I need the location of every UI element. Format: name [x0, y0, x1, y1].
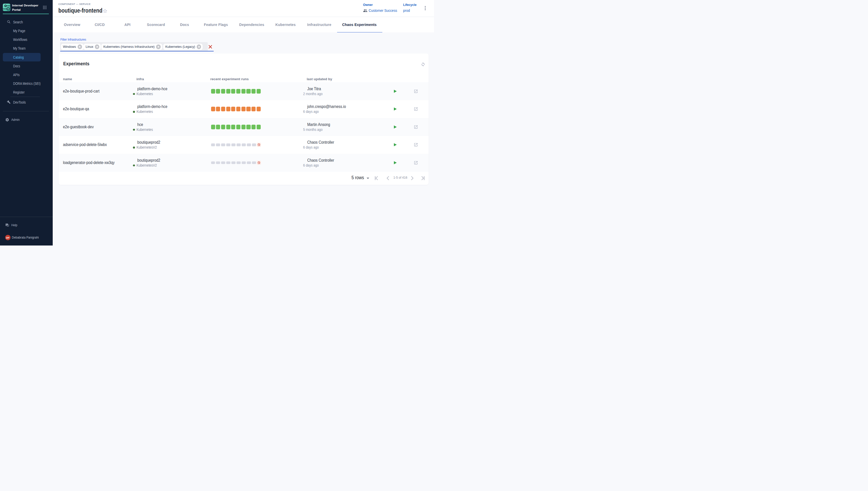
svg-text:?: ? [6, 224, 7, 226]
